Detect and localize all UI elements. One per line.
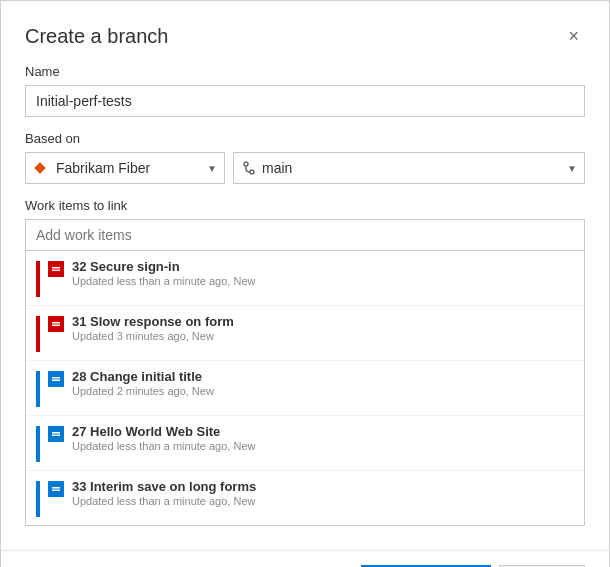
svg-rect-18	[52, 490, 60, 492]
wi-content: 31 Slow response on form Updated 3 minut…	[72, 314, 234, 342]
wi-icon-box	[48, 261, 64, 277]
dialog-header: Create a branch ×	[1, 1, 609, 64]
wi-meta: Updated 3 minutes ago, New	[72, 330, 234, 342]
wi-icon-box	[48, 316, 64, 332]
wi-color-bar	[36, 481, 40, 517]
wi-content: 33 Interim save on long forms Updated le…	[72, 479, 256, 507]
close-button[interactable]: ×	[562, 25, 585, 47]
wi-title: 27 Hello World Web Site	[72, 424, 255, 439]
work-item[interactable]: 32 Secure sign-in Updated less than a mi…	[26, 251, 584, 306]
svg-rect-5	[52, 267, 60, 269]
based-on-label: Based on	[25, 131, 585, 146]
repo-select-wrapper: Fabrikam Fiber ▼	[25, 152, 225, 184]
svg-rect-13	[51, 429, 61, 439]
work-items-list: 32 Secure sign-in Updated less than a mi…	[25, 251, 585, 526]
work-item[interactable]: 28 Change initial title Updated 2 minute…	[26, 361, 584, 416]
svg-rect-15	[52, 435, 60, 437]
svg-rect-6	[52, 270, 60, 272]
wi-title: 31 Slow response on form	[72, 314, 234, 329]
wi-content: 27 Hello World Web Site Updated less tha…	[72, 424, 255, 452]
wi-color-bar	[36, 261, 40, 297]
wi-icon-box	[48, 426, 64, 442]
wi-content: 28 Change initial title Updated 2 minute…	[72, 369, 214, 397]
svg-rect-14	[52, 432, 60, 434]
dialog-footer: Create branch Cancel	[1, 550, 609, 567]
name-section: Name	[25, 64, 585, 117]
wi-meta: Updated less than a minute ago, New	[72, 440, 255, 452]
work-item[interactable]: 27 Hello World Web Site Updated less tha…	[26, 416, 584, 471]
svg-rect-10	[51, 374, 61, 384]
repo-select[interactable]: Fabrikam Fiber	[25, 152, 225, 184]
wi-icon-box	[48, 371, 64, 387]
branch-select[interactable]: main	[233, 152, 585, 184]
wi-content: 32 Secure sign-in Updated less than a mi…	[72, 259, 255, 287]
wi-icon-box	[48, 481, 64, 497]
work-items-label: Work items to link	[25, 198, 585, 213]
name-input[interactable]	[25, 85, 585, 117]
svg-rect-17	[52, 487, 60, 489]
svg-rect-4	[51, 264, 61, 274]
wi-title: 33 Interim save on long forms	[72, 479, 256, 494]
create-branch-dialog: Create a branch × Name Based on Fabrikam…	[0, 0, 610, 567]
work-item[interactable]: 31 Slow response on form Updated 3 minut…	[26, 306, 584, 361]
svg-rect-8	[52, 322, 60, 324]
based-on-row: Fabrikam Fiber ▼ main	[25, 152, 585, 184]
dialog-body: Name Based on Fabrikam Fiber ▼	[1, 64, 609, 550]
svg-rect-7	[51, 319, 61, 329]
svg-rect-16	[51, 484, 61, 494]
work-items-input[interactable]	[25, 219, 585, 251]
wi-color-bar	[36, 426, 40, 462]
based-on-section: Based on Fabrikam Fiber ▼	[25, 131, 585, 184]
wi-title: 28 Change initial title	[72, 369, 214, 384]
wi-color-bar	[36, 316, 40, 352]
svg-rect-11	[52, 377, 60, 379]
branch-select-wrapper: main ▼	[233, 152, 585, 184]
wi-meta: Updated less than a minute ago, New	[72, 275, 255, 287]
dialog-title: Create a branch	[25, 25, 168, 48]
svg-rect-9	[52, 325, 60, 327]
work-item[interactable]: 33 Interim save on long forms Updated le…	[26, 471, 584, 525]
wi-title: 32 Secure sign-in	[72, 259, 255, 274]
wi-meta: Updated less than a minute ago, New	[72, 495, 256, 507]
svg-rect-12	[52, 380, 60, 382]
wi-color-bar	[36, 371, 40, 407]
wi-meta: Updated 2 minutes ago, New	[72, 385, 214, 397]
name-label: Name	[25, 64, 585, 79]
